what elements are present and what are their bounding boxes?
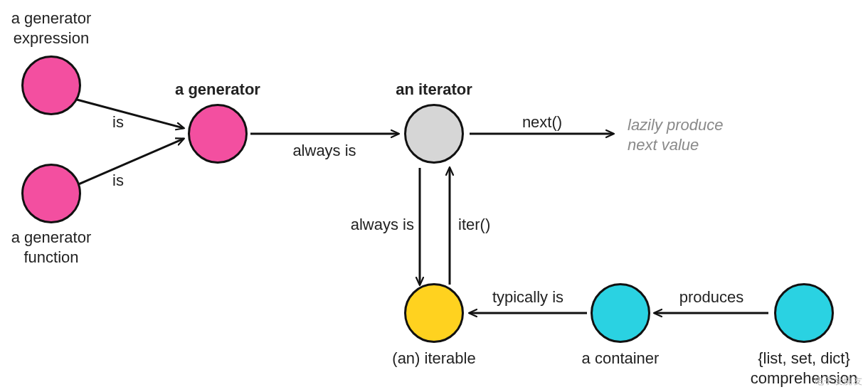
node-iterator bbox=[404, 104, 464, 164]
label-generator: a generator bbox=[175, 80, 260, 100]
diagram-stage: a generatorexpression a generatorfunctio… bbox=[0, 0, 868, 392]
arrow-expr-to-gen bbox=[77, 100, 184, 128]
label-generator-function: a generatorfunction bbox=[0, 228, 108, 267]
arrow-func-to-gen bbox=[77, 139, 184, 185]
label-iterator: an iterator bbox=[396, 80, 472, 100]
node-iterable bbox=[404, 283, 464, 343]
edge-label-produces: produces bbox=[679, 287, 744, 307]
node-generator-expression bbox=[21, 55, 81, 115]
node-comprehension bbox=[774, 283, 834, 343]
node-container bbox=[591, 283, 650, 343]
edge-label-expr-is: is bbox=[112, 112, 124, 132]
edge-label-iter-fn: iter() bbox=[458, 215, 490, 235]
label-container: a container bbox=[582, 349, 660, 369]
edge-label-next: next() bbox=[522, 112, 562, 132]
edge-label-func-is: is bbox=[112, 171, 124, 191]
label-generator-expression: a generatorexpression bbox=[0, 9, 108, 48]
note-lazy: lazily producenext value bbox=[628, 115, 770, 154]
edge-label-typically-is: typically is bbox=[492, 287, 563, 307]
watermark: 电子发烧友 bbox=[815, 375, 863, 388]
edge-label-always-is-1: always is bbox=[292, 141, 356, 161]
edge-label-always-is-2: always is bbox=[350, 215, 414, 235]
node-generator-function bbox=[21, 164, 81, 223]
node-generator bbox=[188, 104, 248, 164]
label-iterable: (an) iterable bbox=[392, 349, 475, 369]
